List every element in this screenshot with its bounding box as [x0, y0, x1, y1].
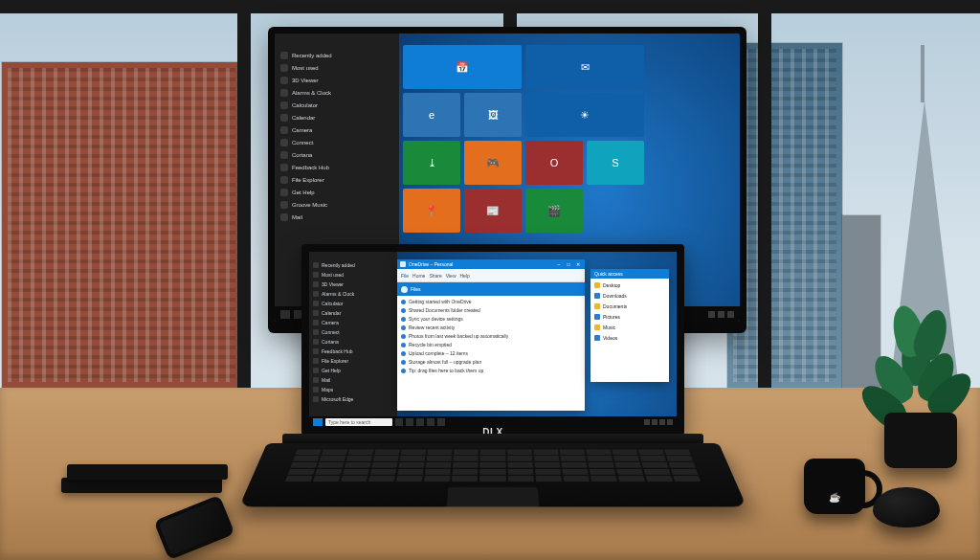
start-button[interactable] — [313, 418, 323, 426]
keyboard-key[interactable] — [290, 462, 317, 468]
tile-skype[interactable]: S — [587, 141, 644, 185]
side-panel-window[interactable]: Quick access DesktopDownloadsDocumentsPi… — [590, 269, 669, 382]
keyboard-key[interactable] — [424, 476, 450, 482]
keyboard-key[interactable] — [427, 456, 452, 460]
keyboard-key[interactable] — [341, 476, 368, 482]
ribbon-tab[interactable]: File — [401, 273, 409, 279]
keyboard-key[interactable] — [590, 469, 616, 475]
keyboard-key[interactable] — [638, 450, 664, 455]
ribbon-tab[interactable]: Home — [412, 273, 425, 279]
keyboard-key[interactable] — [614, 462, 641, 468]
keyboard-key[interactable] — [588, 462, 613, 468]
list-item[interactable]: Recycle bin emptied — [401, 342, 581, 347]
keyboard-key[interactable] — [426, 462, 452, 468]
start-app-item[interactable]: Alarms & Clock — [313, 290, 393, 298]
start-app-item[interactable]: Alarms & Clock — [280, 88, 393, 98]
tile-office[interactable]: O — [525, 141, 583, 185]
keyboard-key[interactable] — [375, 450, 401, 455]
list-item[interactable]: Getting started with OneDrive — [401, 299, 581, 304]
keyboard-key[interactable] — [507, 456, 532, 460]
keyboard-key[interactable] — [671, 469, 698, 475]
quick-access-item[interactable]: Music — [594, 324, 665, 331]
keyboard-key[interactable] — [401, 450, 426, 455]
close-button[interactable]: ✕ — [574, 261, 582, 267]
start-app-item[interactable]: Groove Music — [280, 200, 393, 210]
start-app-item[interactable]: Calendar — [280, 113, 393, 123]
list-item[interactable]: Review recent activity — [401, 325, 581, 330]
keyboard-key[interactable] — [370, 469, 397, 475]
tile-photos[interactable]: 🖼 — [464, 93, 522, 137]
tile-store[interactable]: ⤓ — [403, 141, 460, 185]
keyboard-key[interactable] — [641, 462, 668, 468]
keyboard-key[interactable] — [425, 469, 451, 475]
start-app-item[interactable]: Feedback Hub — [280, 163, 393, 172]
quick-access-item[interactable]: Downloads — [594, 292, 665, 300]
keyboard-key[interactable] — [346, 456, 372, 460]
quick-access-item[interactable]: Documents — [594, 302, 665, 310]
app-body[interactable]: Getting started with OneDriveShared Docu… — [397, 296, 585, 411]
tray-network-icon[interactable] — [708, 311, 715, 318]
start-app-item[interactable]: Most used — [280, 63, 393, 73]
taskbar-edge-icon[interactable] — [416, 418, 424, 426]
keyboard-key[interactable] — [453, 469, 479, 475]
keyboard-key[interactable] — [507, 469, 533, 475]
keyboard-key[interactable] — [534, 456, 559, 460]
start-app-item[interactable]: Microsoft Edge — [313, 395, 393, 403]
ribbon-tab[interactable]: Help — [460, 273, 470, 279]
list-item[interactable]: Shared Documents folder created — [401, 307, 581, 313]
keyboard-key[interactable] — [285, 476, 313, 482]
keyboard-key[interactable] — [452, 476, 478, 482]
start-app-item[interactable]: 3D Viewer — [313, 280, 393, 288]
laptop-keyboard[interactable] — [284, 450, 701, 483]
start-app-item[interactable]: Cortana — [313, 338, 393, 346]
keyboard-key[interactable] — [396, 476, 423, 482]
start-app-item[interactable]: Most used — [313, 271, 393, 279]
keyboard-key[interactable] — [673, 476, 701, 482]
start-app-item[interactable]: Cortana — [280, 150, 393, 160]
start-app-item[interactable]: Mail — [313, 376, 393, 384]
start-app-item[interactable]: Camera — [313, 319, 393, 326]
keyboard-key[interactable] — [640, 456, 666, 460]
keyboard-key[interactable] — [373, 456, 399, 460]
tile-calendar[interactable]: 📅 — [403, 45, 522, 89]
keyboard-key[interactable] — [343, 469, 369, 475]
keyboard-key[interactable] — [616, 469, 643, 475]
keyboard-key[interactable] — [313, 476, 341, 482]
taskbar-task-view-icon[interactable] — [395, 418, 403, 426]
keyboard-key[interactable] — [666, 456, 693, 460]
keyboard-key[interactable] — [613, 456, 639, 460]
taskbar-explorer-icon[interactable] — [406, 418, 413, 426]
keyboard-key[interactable] — [368, 476, 395, 482]
start-app-item[interactable]: Calculator — [280, 101, 393, 110]
keyboard-key[interactable] — [320, 456, 345, 460]
tray-onedrive-icon[interactable] — [644, 419, 650, 425]
tray-clock[interactable] — [667, 419, 673, 425]
keyboard-key[interactable] — [535, 469, 561, 475]
tile-mail[interactable]: ✉ — [525, 45, 644, 89]
quick-access-item[interactable]: Videos — [594, 334, 665, 342]
keyboard-key[interactable] — [348, 450, 374, 455]
keyboard-key[interactable] — [618, 476, 645, 482]
laptop-start-apps-list[interactable]: Recently addedMost used3D ViewerAlarms &… — [309, 252, 397, 416]
start-app-item[interactable]: Recently added — [313, 261, 393, 269]
tray-network-icon[interactable] — [652, 419, 657, 425]
start-app-item[interactable]: File Explorer — [280, 175, 393, 185]
start-app-item[interactable]: Calendar — [313, 309, 393, 317]
app-titlebar[interactable]: OneDrive – Personal – □ ✕ — [397, 259, 585, 269]
tile-maps[interactable]: 📍 — [403, 189, 460, 233]
keyboard-key[interactable] — [612, 450, 637, 455]
laptop-trackpad[interactable] — [446, 487, 539, 506]
start-app-item[interactable]: 3D Viewer — [280, 76, 393, 85]
tile-news[interactable]: 📰 — [464, 189, 522, 233]
keyboard-key[interactable] — [371, 462, 397, 468]
keyboard-key[interactable] — [454, 462, 479, 468]
keyboard-key[interactable] — [399, 462, 425, 468]
start-app-item[interactable]: Get Help — [280, 188, 393, 197]
keyboard-key[interactable] — [296, 450, 322, 455]
keyboard-key[interactable] — [345, 462, 371, 468]
tray-volume-icon[interactable] — [659, 419, 665, 425]
keyboard-key[interactable] — [507, 476, 533, 482]
keyboard-key[interactable] — [645, 476, 673, 482]
list-item[interactable]: Sync your device settings — [401, 316, 581, 322]
keyboard-key[interactable] — [480, 476, 506, 482]
